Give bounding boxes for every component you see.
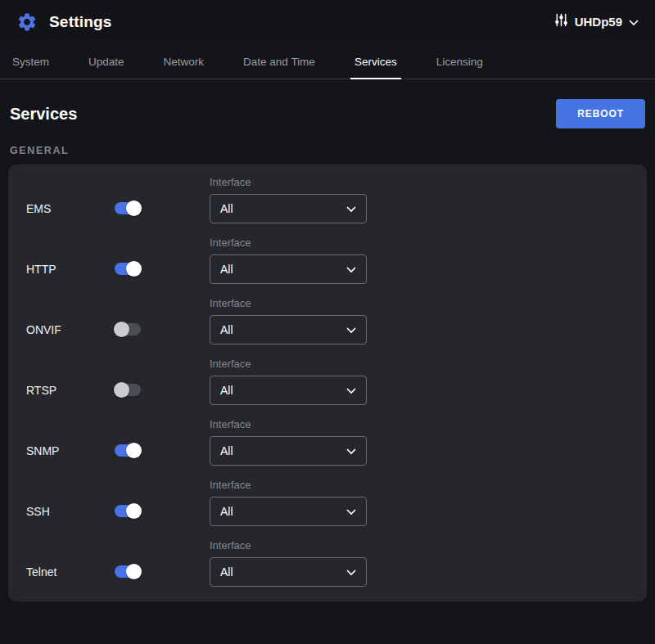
interface-label: Interface: [210, 479, 367, 491]
service-row: Telnet Interface All: [8, 539, 647, 587]
service-row: EMS Interface All: [8, 176, 647, 223]
app-header: Settings UHDp59: [0, 0, 655, 43]
service-name: SSH: [26, 505, 115, 518]
toggle-knob: [126, 200, 142, 216]
chevron-down-icon: [346, 565, 356, 579]
toggle-knob: [114, 382, 129, 398]
chevron-down-icon: [346, 323, 356, 336]
toggle-knob: [126, 443, 142, 458]
service-name: ONVIF: [26, 323, 115, 336]
tab-services[interactable]: Services: [350, 43, 401, 79]
interface-value: All: [220, 565, 233, 579]
chevron-down-icon: [346, 384, 356, 397]
page-header-title: Settings: [49, 13, 112, 31]
interface-value: All: [220, 384, 233, 397]
tab-network[interactable]: Network: [160, 43, 209, 79]
service-toggle[interactable]: [115, 202, 141, 214]
interface-label: Interface: [210, 176, 367, 188]
service-name: EMS: [26, 202, 115, 215]
toggle-knob: [126, 503, 142, 519]
service-name: RTSP: [26, 384, 115, 397]
interface-label: Interface: [210, 539, 367, 552]
tab-bar: SystemUpdateNetworkDate and TimeServices…: [0, 43, 655, 79]
interface-select[interactable]: All: [210, 194, 367, 223]
service-toggle[interactable]: [115, 444, 141, 457]
interface-label: Interface: [210, 418, 367, 430]
sliders-icon: [554, 13, 568, 30]
service-toggle[interactable]: [115, 384, 141, 396]
tab-update[interactable]: Update: [84, 43, 129, 79]
tab-licensing[interactable]: Licensing: [432, 43, 487, 79]
interface-value: All: [220, 263, 233, 276]
service-toggle[interactable]: [115, 263, 141, 275]
chevron-down-icon: [346, 263, 356, 276]
page-title: Services: [10, 105, 77, 124]
services-panel: EMS Interface All HTTP Interface: [8, 164, 647, 601]
interface-select[interactable]: All: [210, 254, 367, 284]
service-toggle[interactable]: [115, 505, 141, 517]
toggle-knob: [126, 261, 142, 277]
reboot-button[interactable]: REBOOT: [556, 99, 645, 128]
service-name: SNMP: [26, 444, 115, 457]
chevron-down-icon: [629, 15, 639, 29]
chevron-down-icon: [346, 444, 356, 457]
chevron-down-icon: [346, 505, 356, 518]
service-row: ONVIF Interface All: [8, 297, 647, 345]
gear-icon: [16, 11, 38, 33]
service-row: SSH Interface All: [8, 479, 647, 526]
interface-select[interactable]: All: [210, 497, 367, 526]
interface-select[interactable]: All: [210, 436, 367, 466]
service-row: HTTP Interface All: [8, 236, 647, 284]
service-row: SNMP Interface All: [8, 418, 647, 466]
interface-value: All: [220, 505, 233, 518]
page-head: Services REBOOT: [0, 79, 655, 128]
interface-select[interactable]: All: [210, 315, 367, 345]
service-toggle[interactable]: [115, 565, 141, 578]
device-picker[interactable]: UHDp59: [554, 13, 639, 30]
chevron-down-icon: [346, 202, 356, 215]
service-name: HTTP: [26, 263, 115, 276]
interface-value: All: [220, 202, 233, 215]
tab-date-and-time[interactable]: Date and Time: [239, 43, 319, 79]
section-label-general: GENERAL: [10, 145, 655, 156]
interface-value: All: [220, 323, 233, 336]
tab-system[interactable]: System: [8, 43, 53, 79]
service-row: RTSP Interface All: [8, 358, 647, 405]
interface-label: Interface: [210, 297, 367, 309]
service-name: Telnet: [26, 565, 115, 579]
interface-label: Interface: [210, 358, 367, 370]
service-toggle[interactable]: [115, 323, 141, 336]
device-name: UHDp59: [575, 15, 622, 29]
toggle-knob: [114, 322, 129, 337]
interface-label: Interface: [210, 236, 367, 249]
interface-select[interactable]: All: [210, 557, 367, 587]
toggle-knob: [126, 564, 142, 579]
interface-select[interactable]: All: [210, 376, 367, 405]
interface-value: All: [220, 444, 233, 457]
